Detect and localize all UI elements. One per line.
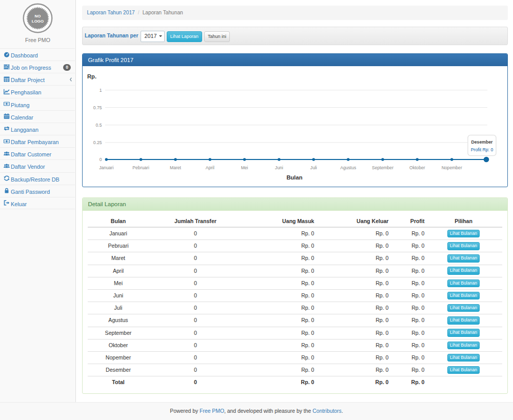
svg-text:Maret: Maret <box>170 165 182 170</box>
svg-text:Juli: Juli <box>310 165 317 170</box>
svg-text:1: 1 <box>99 88 102 93</box>
svg-text:0: 0 <box>99 157 102 162</box>
svg-text:Profit Rp: 0: Profit Rp: 0 <box>470 147 493 152</box>
svg-text:0.25: 0.25 <box>93 140 102 145</box>
svg-text:LOGO: LOGO <box>32 19 44 24</box>
svg-text:Desember: Desember <box>471 139 493 145</box>
svg-text:Agustus: Agustus <box>340 165 356 170</box>
svg-text:Januari: Januari <box>99 165 113 170</box>
svg-text:Oktober: Oktober <box>409 165 425 170</box>
svg-text:Pebruari: Pebruari <box>132 165 149 170</box>
svg-text:Mei: Mei <box>241 165 248 170</box>
svg-text:Juni: Juni <box>275 165 283 170</box>
svg-text:Nopember: Nopember <box>441 165 462 170</box>
svg-text:Bulan: Bulan <box>286 174 302 181</box>
svg-text:April: April <box>205 165 214 170</box>
svg-text:0.5: 0.5 <box>95 123 102 128</box>
svg-text:Rp.: Rp. <box>87 73 96 79</box>
svg-text:0.75: 0.75 <box>93 105 102 110</box>
svg-text:NO: NO <box>35 14 41 18</box>
svg-text:September: September <box>371 165 393 170</box>
